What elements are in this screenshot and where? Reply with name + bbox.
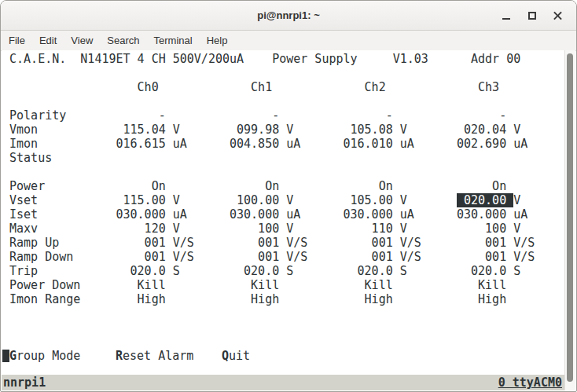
scrollbar-thumb[interactable] [567,53,573,382]
titlebar[interactable]: pi@nnrpi1: ~ [1,1,576,31]
terminal-line [2,66,565,80]
hotkey-r: R [116,349,123,363]
hotkey-g: G [9,349,17,363]
command-label: uit [229,349,250,363]
close-button[interactable] [546,5,570,26]
terminal-command-line: Group Mode Reset Alarm Quit [2,349,44,363]
terminal-line: Imon Range High High High High [2,292,565,306]
terminal-line: Ramp Up 001 V/S 001 V/S 001 V/S 001 V/S [2,236,565,250]
command-reset-alarm[interactable]: Reset Alarm [116,349,193,363]
terminal-line: Iset 030.000 uA 030.000 uA 030.000 uA 03… [2,207,565,222]
terminal-line: Trip 020.0 S 020.0 S 020.0 S 020.0 S [2,264,565,278]
command-group-mode[interactable]: Group Mode [9,349,80,363]
menu-file[interactable]: File [2,32,32,49]
menu-search[interactable]: Search [100,32,146,49]
command-quit[interactable]: Quit [222,349,250,363]
terminal-line [2,165,565,179]
terminal-line: Polarity - - - - [2,108,565,123]
menu-edit[interactable]: Edit [32,32,64,49]
menu-view[interactable]: View [64,32,100,49]
terminal-line: Power Down Kill Kill Kill Kill [2,278,565,292]
vset-ch3-selected-field[interactable]: 020.00 [457,193,513,207]
terminal-line: Ramp Down 001 V/S 001 V/S 001 V/S 001 V/… [2,250,565,264]
status-hostname: nnrpi1 [3,376,46,390]
terminal-line [2,335,565,349]
terminal-line: Ch0 Ch1 Ch2 Ch3 [2,80,565,94]
maximize-button[interactable] [520,5,544,26]
terminal-line: C.A.E.N. N1419ET 4 CH 500V/200uA Power S… [2,52,565,66]
window-controls [492,1,570,30]
terminal-line: Status [2,151,565,165]
terminal-line [2,321,565,335]
terminal-line: Imon 016.615 uA 004.850 uA 016.010 uA 00… [2,137,565,151]
menubar: File Edit View Search Terminal Help [1,31,576,51]
menu-help[interactable]: Help [200,32,235,49]
terminal-line [2,94,565,108]
menu-terminal[interactable]: Terminal [147,32,200,49]
cursor-block [2,350,9,362]
window-title: pi@nnrpi1: ~ [257,9,320,21]
terminal-line [2,306,565,321]
scrollbar[interactable] [564,50,575,390]
terminal-line: Power On On On On [2,179,565,193]
terminal-screen[interactable]: C.A.E.N. N1419ET 4 CH 500V/200uA Power S… [2,50,565,390]
command-label: eset Alarm [123,349,193,363]
maximize-icon [528,12,536,20]
minimize-icon [502,18,510,20]
terminal-line: Vset 115.00 V 100.00 V 105.00 V 020.00 V [2,193,565,207]
terminal-area: C.A.E.N. N1419ET 4 CH 500V/200uA Power S… [2,50,575,390]
hotkey-q: Q [222,349,229,363]
close-icon [553,10,563,20]
terminal-window: pi@nnrpi1: ~ File Edit View Search Termi… [0,0,577,392]
status-tty: 0 ttyACM0 [498,376,562,390]
command-label: roup Mode [17,349,80,363]
status-bar: nnrpi1 0 ttyACM0 [2,375,565,390]
minimize-button[interactable] [494,5,518,26]
terminal-line: Maxv 120 V 100 V 110 V 100 V [2,222,565,236]
terminal-line: Vmon 115.04 V 099.98 V 105.08 V 020.04 V [2,123,565,137]
